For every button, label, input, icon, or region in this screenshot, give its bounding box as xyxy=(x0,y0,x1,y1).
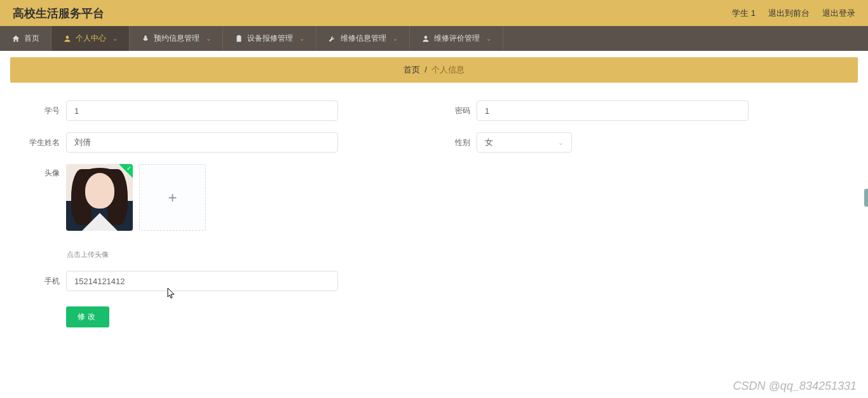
label-name: 学生姓名 xyxy=(17,137,66,148)
avatar-block: ✓ + xyxy=(66,164,206,231)
row-password: 密码 xyxy=(427,100,749,121)
breadcrumb-sep: / xyxy=(424,65,427,74)
nav-repair-review[interactable]: 维修评价管理 ⌄ xyxy=(410,26,503,51)
row-avatar: 头像 ✓ xyxy=(17,164,338,259)
plus-icon: + xyxy=(168,189,177,207)
nav-label: 维修信息管理 xyxy=(341,33,386,44)
label-password: 密码 xyxy=(427,106,477,116)
wrench-icon xyxy=(328,34,337,43)
chevron-down-icon: ⌄ xyxy=(393,35,398,42)
avatar-container: ✓ + 点击上传头像 xyxy=(66,164,206,259)
name-input[interactable] xyxy=(66,132,338,153)
label-gender: 性别 xyxy=(427,137,477,148)
form: 学号 学生姓名 头像 xyxy=(10,83,858,345)
mic-icon xyxy=(141,34,150,43)
navbar: 首页 个人中心 ⌄ 预约信息管理 ⌄ 设备报修管理 ⌄ 维修信息管理 ⌄ 维修评… xyxy=(0,26,868,51)
label-student-id: 学号 xyxy=(17,106,66,116)
upload-hint: 点击上传头像 xyxy=(67,250,206,259)
chevron-down-icon: ⌄ xyxy=(206,35,211,42)
nav-home[interactable]: 首页 xyxy=(0,26,51,51)
gender-select[interactable]: 女 ⌄ xyxy=(477,132,572,153)
nav-equipment-repair[interactable]: 设备报修管理 ⌄ xyxy=(223,26,316,51)
breadcrumb-home[interactable]: 首页 xyxy=(403,65,420,74)
breadcrumb: 首页 / 个人信息 xyxy=(10,57,858,83)
nav-label: 维修评价管理 xyxy=(434,33,480,44)
password-input[interactable] xyxy=(477,100,749,121)
form-right-col: 密码 性别 女 ⌄ xyxy=(427,100,749,327)
user-label[interactable]: 学生 1 xyxy=(732,8,756,19)
clipboard-icon xyxy=(234,34,243,43)
row-name: 学生姓名 xyxy=(17,132,338,153)
svg-point-4 xyxy=(424,36,428,39)
content: 首页 / 个人信息 学号 学生姓名 头像 xyxy=(0,51,868,352)
phone-input[interactable] xyxy=(66,271,338,291)
header: 高校生活服务平台 学生 1 退出到前台 退出登录 xyxy=(0,0,868,26)
nav-label: 预约信息管理 xyxy=(154,33,200,44)
avatar-preview[interactable]: ✓ xyxy=(66,164,133,231)
nav-label: 个人中心 xyxy=(76,33,106,44)
scrollbar-thumb[interactable] xyxy=(864,189,868,207)
nav-repair-info[interactable]: 维修信息管理 ⌄ xyxy=(316,26,410,51)
chevron-down-icon: ⌄ xyxy=(112,35,118,42)
chevron-down-icon: ⌄ xyxy=(299,35,304,42)
breadcrumb-current: 个人信息 xyxy=(431,65,465,74)
chevron-down-icon: ⌄ xyxy=(486,35,491,42)
label-avatar: 头像 xyxy=(17,164,66,179)
row-phone: 手机 xyxy=(17,271,338,291)
user-alt-icon xyxy=(421,34,430,43)
header-right: 学生 1 退出到前台 退出登录 xyxy=(732,8,855,19)
svg-point-0 xyxy=(66,36,69,39)
nav-reservation-mgmt[interactable]: 预约信息管理 ⌄ xyxy=(130,26,223,51)
user-icon xyxy=(63,34,72,43)
goto-front-link[interactable]: 退出到前台 xyxy=(768,8,810,19)
home-icon xyxy=(11,34,20,43)
chevron-down-icon: ⌄ xyxy=(558,139,564,147)
label-phone: 手机 xyxy=(17,276,66,287)
nav-label: 设备报修管理 xyxy=(247,33,293,44)
row-gender: 性别 女 ⌄ xyxy=(427,132,749,153)
logout-link[interactable]: 退出登录 xyxy=(822,8,855,19)
upload-avatar-button[interactable]: + xyxy=(139,164,206,231)
form-left-col: 学号 学生姓名 头像 xyxy=(17,100,338,327)
svg-rect-2 xyxy=(237,36,241,41)
student-id-input[interactable] xyxy=(66,100,338,121)
check-icon: ✓ xyxy=(126,165,132,172)
submit-button[interactable]: 修改 xyxy=(66,306,109,327)
row-student-id: 学号 xyxy=(17,100,338,121)
gender-value: 女 xyxy=(485,137,493,148)
nav-label: 首页 xyxy=(24,33,39,44)
app-title: 高校生活服务平台 xyxy=(13,6,104,21)
svg-rect-3 xyxy=(238,35,240,36)
nav-personal-center[interactable]: 个人中心 ⌄ xyxy=(51,26,130,51)
